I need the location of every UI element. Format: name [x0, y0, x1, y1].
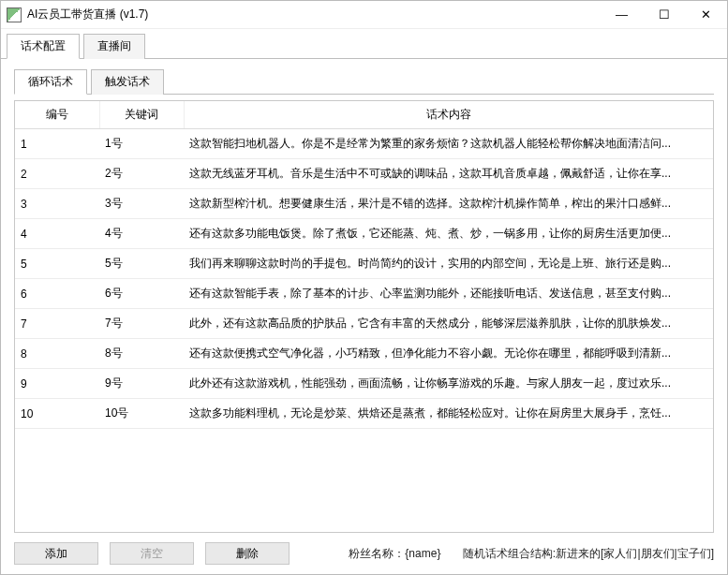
window-title: AI云员工带货直播 (v1.7)	[27, 7, 148, 22]
app-icon	[7, 7, 22, 22]
delete-button[interactable]: 删除	[205, 542, 290, 565]
cell-content: 还有这款智能手表，除了基本的计步、心率监测功能外，还能接听电话、发送信息，甚至支…	[184, 279, 713, 309]
table-row[interactable]: 11号这款智能扫地机器人。你是不是经常为繁重的家务烦恼？这款机器人能轻松帮你解决…	[15, 129, 713, 159]
cell-content: 这款多功能料理机，无论是炒菜、烘焙还是蒸煮，都能轻松应对。让你在厨房里大展身手，…	[184, 399, 713, 429]
cell-id: 7	[15, 309, 99, 339]
content-area: 循环话术 触发话术 编号 关键词 话术内容 11号这款智能扫地机器人。你是不是经…	[1, 59, 727, 574]
table-row[interactable]: 44号还有这款多功能电饭煲。除了煮饭，它还能蒸、炖、煮、炒，一锅多用，让你的厨房…	[15, 219, 713, 249]
script-sub-tabs: 循环话术 触发话术	[14, 68, 714, 95]
tab-script-config[interactable]: 话术配置	[7, 34, 80, 59]
col-header-id[interactable]: 编号	[15, 101, 99, 129]
cell-id: 3	[15, 189, 99, 219]
cell-id: 9	[15, 369, 99, 399]
cell-content: 此外，还有这款高品质的护肤品，它含有丰富的天然成分，能够深层滋养肌肤，让你的肌肤…	[184, 309, 713, 339]
cell-keyword: 1号	[99, 129, 184, 159]
bottom-toolbar: 添加 清空 删除 粉丝名称：{name} 随机话术组合结构:新进来的[家人们|朋…	[14, 533, 714, 565]
titlebar: AI云员工带货直播 (v1.7) — ☐ ✕	[1, 1, 727, 29]
table-row[interactable]: 99号此外还有这款游戏机，性能强劲，画面流畅，让你畅享游戏的乐趣。与家人朋友一起…	[15, 369, 713, 399]
table-row[interactable]: 33号这款新型榨汁机。想要健康生活，果汁是不错的选择。这款榨汁机操作简单，榨出的…	[15, 189, 713, 219]
script-table[interactable]: 编号 关键词 话术内容 11号这款智能扫地机器人。你是不是经常为繁重的家务烦恼？…	[15, 101, 713, 429]
cell-id: 6	[15, 279, 99, 309]
cell-id: 1	[15, 129, 99, 159]
cell-id: 8	[15, 339, 99, 369]
cell-keyword: 9号	[99, 369, 184, 399]
table-row[interactable]: 55号我们再来聊聊这款时尚的手提包。时尚简约的设计，实用的内部空间，无论是上班、…	[15, 249, 713, 279]
cell-id: 5	[15, 249, 99, 279]
cell-keyword: 10号	[99, 399, 184, 429]
cell-content: 还有这款多功能电饭煲。除了煮饭，它还能蒸、炖、煮、炒，一锅多用，让你的厨房生活更…	[184, 219, 713, 249]
cell-keyword: 8号	[99, 339, 184, 369]
table-row[interactable]: 88号还有这款便携式空气净化器，小巧精致，但净化能力不容小觑。无论你在哪里，都能…	[15, 339, 713, 369]
cell-keyword: 5号	[99, 249, 184, 279]
cell-keyword: 3号	[99, 189, 184, 219]
add-button[interactable]: 添加	[14, 542, 98, 565]
clear-button[interactable]: 清空	[110, 542, 194, 565]
col-header-content[interactable]: 话术内容	[184, 101, 713, 129]
cell-content: 此外还有这款游戏机，性能强劲，画面流畅，让你畅享游戏的乐趣。与家人朋友一起，度过…	[184, 369, 713, 399]
close-button[interactable]: ✕	[685, 1, 727, 29]
tab-live-room[interactable]: 直播间	[83, 34, 145, 59]
tab-loop-script[interactable]: 循环话术	[14, 69, 87, 95]
cell-id: 4	[15, 219, 99, 249]
fans-name-template: 粉丝名称：{name}	[349, 547, 440, 560]
table-row[interactable]: 66号还有这款智能手表，除了基本的计步、心率监测功能外，还能接听电话、发送信息，…	[15, 279, 713, 309]
cell-id: 10	[15, 399, 99, 429]
script-table-container: 编号 关键词 话术内容 11号这款智能扫地机器人。你是不是经常为繁重的家务烦恼？…	[14, 100, 714, 533]
main-tabs: 话术配置 直播间	[1, 29, 727, 59]
maximize-button[interactable]: ☐	[643, 1, 685, 29]
cell-content: 还有这款便携式空气净化器，小巧精致，但净化能力不容小觑。无论你在哪里，都能呼吸到…	[184, 339, 713, 369]
table-row[interactable]: 1010号这款多功能料理机，无论是炒菜、烘焙还是蒸煮，都能轻松应对。让你在厨房里…	[15, 399, 713, 429]
cell-keyword: 7号	[99, 309, 184, 339]
cell-content: 我们再来聊聊这款时尚的手提包。时尚简约的设计，实用的内部空间，无论是上班、旅行还…	[184, 249, 713, 279]
cell-content: 这款智能扫地机器人。你是不是经常为繁重的家务烦恼？这款机器人能轻松帮你解决地面清…	[184, 129, 713, 159]
cell-id: 2	[15, 159, 99, 189]
table-header-row: 编号 关键词 话术内容	[15, 101, 713, 129]
table-row[interactable]: 22号这款无线蓝牙耳机。音乐是生活中不可或缺的调味品，这款耳机音质卓越，佩戴舒适…	[15, 159, 713, 189]
col-header-keyword[interactable]: 关键词	[99, 101, 184, 129]
cell-keyword: 4号	[99, 219, 184, 249]
table-row[interactable]: 77号此外，还有这款高品质的护肤品，它含有丰富的天然成分，能够深层滋养肌肤，让你…	[15, 309, 713, 339]
minimize-button[interactable]: —	[601, 1, 643, 29]
footer-info: 粉丝名称：{name} 随机话术组合结构:新进来的[家人们|朋友们|宝子们]	[349, 546, 714, 562]
app-window: AI云员工带货直播 (v1.7) — ☐ ✕ 话术配置 直播间 循环话术 触发话…	[0, 0, 728, 575]
cell-content: 这款无线蓝牙耳机。音乐是生活中不可或缺的调味品，这款耳机音质卓越，佩戴舒适，让你…	[184, 159, 713, 189]
tab-trigger-script[interactable]: 触发话术	[91, 69, 164, 95]
cell-keyword: 2号	[99, 159, 184, 189]
cell-keyword: 6号	[99, 279, 184, 309]
cell-content: 这款新型榨汁机。想要健康生活，果汁是不错的选择。这款榨汁机操作简单，榨出的果汁口…	[184, 189, 713, 219]
script-structure-template: 随机话术组合结构:新进来的[家人们|朋友们|宝子们]	[463, 547, 714, 560]
